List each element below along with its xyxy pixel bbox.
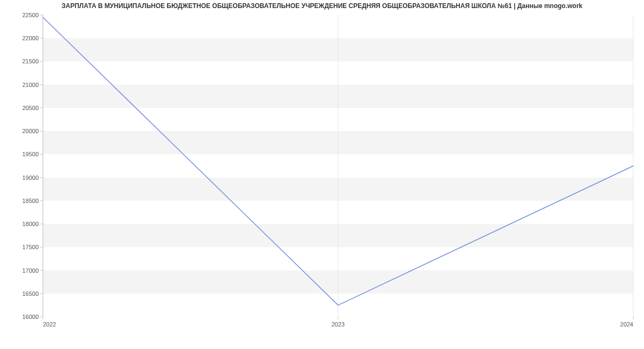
chart-container: ЗАРПЛАТА В МУНИЦИПАЛЬНОЕ БЮДЖЕТНОЕ ОБЩЕО… xyxy=(0,0,644,349)
y-tick-label: 20500 xyxy=(22,105,39,111)
y-tick-label: 17500 xyxy=(22,244,39,250)
chart-svg: 1600016500170001750018000185001900019500… xyxy=(0,0,644,349)
y-tick-label: 22500 xyxy=(22,12,39,18)
y-tick-label: 18000 xyxy=(22,221,39,227)
x-tick-label: 2022 xyxy=(43,321,56,328)
y-tick-label: 16500 xyxy=(22,290,39,297)
x-tick-label: 2023 xyxy=(332,321,345,328)
y-tick-label: 20000 xyxy=(22,128,39,134)
y-tick-label: 19500 xyxy=(22,151,39,157)
y-tick-label: 21000 xyxy=(22,82,39,88)
x-axis: 202220232024 xyxy=(43,317,633,328)
y-tick-label: 22000 xyxy=(22,35,39,41)
x-tick-label: 2024 xyxy=(620,321,633,328)
y-axis: 1600016500170001750018000185001900019500… xyxy=(22,12,43,320)
y-tick-label: 16000 xyxy=(22,314,39,320)
y-tick-label: 17000 xyxy=(22,267,39,274)
y-tick-label: 19000 xyxy=(22,174,39,181)
y-tick-label: 21500 xyxy=(22,58,39,64)
y-tick-label: 18500 xyxy=(22,198,39,204)
